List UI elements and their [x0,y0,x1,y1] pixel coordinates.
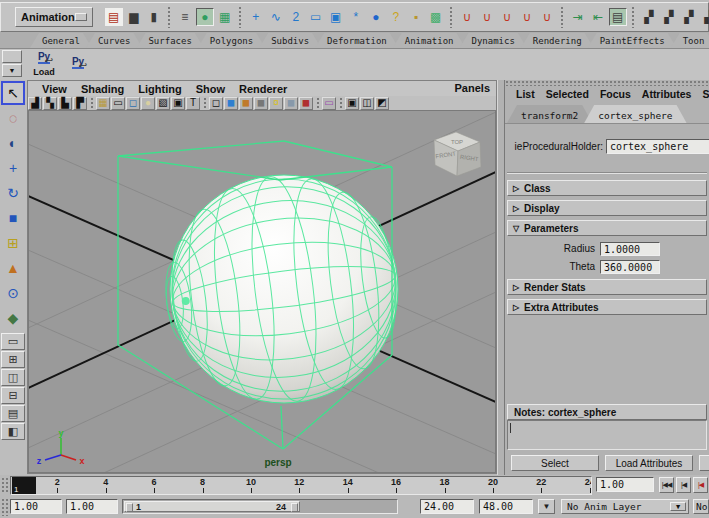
shelf-tab-surfaces[interactable]: Surfaces [136,33,203,48]
range-start-grip[interactable] [126,503,133,512]
scale-tool[interactable]: ■ [1,206,25,230]
safe-title-icon[interactable]: T [186,97,200,110]
move-tool[interactable]: + [1,156,25,180]
panel-splitter[interactable] [497,80,505,475]
animation-end-field[interactable]: 48.00 [479,499,533,514]
save-scene-icon[interactable]: ▮ [145,8,163,26]
shelf-tab-rendering[interactable]: Rendering [521,33,594,48]
viewport-menu-show[interactable]: Show [196,83,225,95]
layout-single-pane[interactable]: ▭ [1,333,25,350]
frame-ruler[interactable]: 1 24681012141618202224 [10,476,592,495]
multi-pane-icon[interactable]: ◫ [360,97,374,110]
grid-toggle-icon[interactable]: ▦ [96,97,110,110]
section-class[interactable]: ▷Class [507,180,707,196]
snap-point-magnet-icon[interactable]: ∪ [498,8,516,26]
param-field-theta[interactable]: 360.0000 [600,260,660,274]
soft-mod-tool[interactable]: ▲ [1,256,25,280]
layout-hypergraph-persp[interactable]: ◧ [1,423,25,440]
camera-attributes-icon[interactable]: ▚ [43,97,57,110]
pane-layout-icon[interactable]: ◩ [375,97,389,110]
character-set-dropdown-partial[interactable]: No Ch [693,499,709,514]
shelf-tab-toggle-button[interactable] [2,50,22,63]
render-settings-icon[interactable]: ▞ [680,8,698,26]
shelf-item-python-1[interactable]: Py↩ [62,50,94,78]
wireframe-mode-icon[interactable]: ◻ [209,97,223,110]
render-current-frame-icon[interactable]: ▞ [640,8,658,26]
playback-end-field[interactable]: 24.00 [420,499,474,514]
notes-header[interactable]: Notes: cortex_sphere [507,404,707,420]
universal-manipulator-tool[interactable]: ⊞ [1,231,25,255]
time-slider-drag-handle[interactable] [1,477,8,494]
ipr-render-icon[interactable]: ▞ [660,8,678,26]
shelf-menu-button[interactable]: ▼ [2,64,22,77]
section-parameters[interactable]: ▽Parameters [507,220,707,236]
current-time-field[interactable]: 1.00 [596,477,654,492]
safe-action-icon[interactable]: ▣ [171,97,185,110]
isolate-select-icon[interactable]: ▭ [322,97,336,110]
shelf-tab-painteffects[interactable]: PaintEffects [588,33,677,48]
shadows-icon[interactable]: ◼ [284,97,298,110]
shelf-tab-toon[interactable]: Toon [671,33,709,48]
shelf-tab-deformation[interactable]: Deformation [315,33,399,48]
surface-mask-icon[interactable]: ▭ [307,8,325,26]
playback-start-field[interactable]: 1.00 [66,499,118,514]
bookmark-icon[interactable]: ▙ [58,97,72,110]
snap-plane-magnet-icon[interactable]: ∪ [518,8,536,26]
ae-menu-focus[interactable]: Focus [600,88,631,100]
viewport-menu-view[interactable]: View [42,83,67,95]
construction-history-icon[interactable]: ▤ [609,8,627,26]
anim-layer-dropdown[interactable]: No Anim Layer ▼ [561,499,689,514]
playback-range-handle[interactable]: 1 24 [124,501,300,512]
show-manipulator-tool[interactable]: ⊙ [1,281,25,305]
deformation-mask-icon[interactable]: ▣ [327,8,345,26]
shelf-item-Load[interactable]: Py↩Load [28,50,60,78]
layout-two-pane-stacked[interactable]: ⊟ [1,387,25,404]
gate-mask-icon[interactable]: ● [141,97,155,110]
ae-menu-show[interactable]: Show [702,88,709,100]
snap-curve-magnet-icon[interactable]: ∪ [478,8,496,26]
select-tool[interactable]: ↖ [1,81,25,105]
paint-select-tool[interactable]: ◐ [1,131,25,155]
copy-tab-button-partial[interactable] [699,455,709,471]
ae-menu-attributes[interactable]: Attributes [642,88,692,100]
lighting-all-icon[interactable]: ¤ [269,97,283,110]
input-connection-icon[interactable]: ⇥ [569,8,587,26]
layout-four-pane[interactable]: ⊞ [1,351,25,368]
current-frame-marker[interactable]: 1 [12,477,36,494]
snap-view-magnet-icon[interactable]: ∪ [538,8,556,26]
rendering-mask-icon[interactable]: ● [367,8,385,26]
render-sequence-icon[interactable]: ▞ [700,8,709,26]
viewport-menu-renderer[interactable]: Renderer [239,83,287,95]
xray-mode-icon[interactable]: ◼ [299,97,313,110]
shelf-tab-curves[interactable]: Curves [86,33,143,48]
menu-set-selector[interactable]: Animation [15,7,93,27]
range-slider[interactable]: 1 24 [122,499,398,514]
output-connection-icon[interactable]: ⇤ [589,8,607,26]
shelf-tab-polygons[interactable]: Polygons [198,33,265,48]
select-object-icon[interactable]: ● [196,8,214,26]
shelf-tab-general[interactable]: General [30,33,92,48]
paint-effects-icon[interactable]: ▩ [427,8,445,26]
layout-two-pane-side[interactable]: ◫ [1,369,25,386]
notes-textarea[interactable] [507,420,707,450]
playback-options-dropdown[interactable]: ▼ [538,499,555,514]
load-attributes-button[interactable]: Load Attributes [605,455,693,471]
textured-mode-icon[interactable]: ◼ [239,97,253,110]
snap-points-icon[interactable]: + [247,8,265,26]
shelf-tab-animation[interactable]: Animation [393,33,466,48]
ae-tab-cortex_sphere[interactable]: cortex_sphere [584,105,686,123]
panels-menu[interactable]: Panels [455,82,490,94]
smooth-shade-mode-icon[interactable]: ◼ [224,97,238,110]
select-component-icon[interactable]: ▦ [216,8,234,26]
film-gate-icon[interactable]: ▭ [111,97,125,110]
shelf-tab-dynamics[interactable]: Dynamics [460,33,527,48]
last-tool[interactable]: ◆ [1,306,25,330]
rotate-tool[interactable]: ↻ [1,181,25,205]
node-name-field[interactable]: cortex_sphere [606,139,709,154]
field-chart-icon[interactable]: ▧ [156,97,170,110]
help-icon[interactable]: ? [387,8,405,26]
image-plane-icon[interactable]: ▛ [73,97,87,110]
resolution-gate-icon[interactable]: ◻ [126,97,140,110]
select-camera-icon[interactable]: ▟ [28,97,42,110]
viewport-canvas[interactable]: TOP FRONT RIGHT y x z persp [28,110,496,473]
